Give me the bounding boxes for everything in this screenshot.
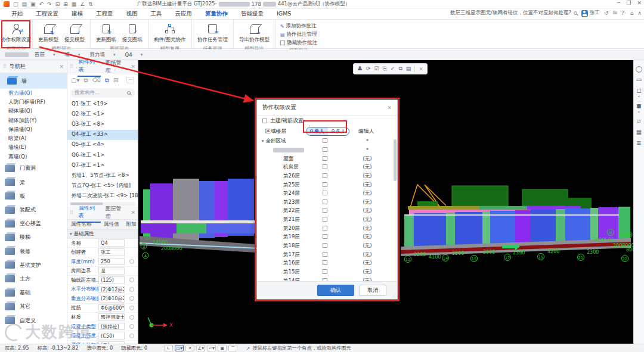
sidebar-category-item[interactable]: 自定义 — [0, 313, 67, 327]
property-value-input[interactable]: Q4 — [98, 239, 125, 247]
orbit-icon[interactable]: ◯ — [636, 66, 642, 72]
paste-component-icon[interactable]: ⧉ — [105, 77, 109, 84]
floor-row[interactable]: ▾ 第24层 (无) — [257, 189, 397, 198]
list-item[interactable]: Q7-张工 <1> — [67, 160, 138, 170]
sidebar-category-item[interactable]: 楼梯 — [0, 230, 67, 244]
sidebar-item[interactable]: 砌体墙(Q) — [0, 107, 67, 116]
nav-panel-close-icon[interactable]: ✕ — [59, 64, 64, 70]
floor-checkbox[interactable] — [323, 243, 327, 248]
property-attach-cell[interactable] — [126, 334, 138, 338]
property-group-row[interactable]: ▾ 基础属性 — [67, 230, 138, 239]
sidebar-category-item[interactable]: 装修 — [0, 245, 67, 258]
component-panel-close-icon[interactable]: ✕ — [131, 64, 135, 70]
resize-grip-icon[interactable]: ⟋ — [393, 293, 396, 298]
list-item[interactable]: 剪墙1、5节点-张工 <8> — [67, 170, 138, 180]
polyline-tool-icon[interactable]: ⌐▾ — [207, 345, 216, 351]
multi-person-toggle[interactable]: 多人 — [328, 127, 349, 135]
pan-view-icon[interactable]: ▭ — [636, 77, 642, 83]
submit-drawing-mini-icon[interactable]: ✓ — [391, 66, 395, 71]
view-settings-icon[interactable]: ▦ — [636, 129, 642, 135]
floor-checkbox[interactable] — [323, 147, 327, 152]
property-value-input[interactable]: (预拌砼) — [98, 323, 125, 331]
ortho-tool-icon[interactable]: ∟ — [164, 345, 173, 351]
new-file-icon[interactable]: ▢ — [13, 1, 18, 7]
horizontal-scrollbar[interactable] — [69, 202, 136, 206]
sidebar-item[interactable]: 墙垛(E) — [0, 144, 67, 152]
property-value-input[interactable]: 是 — [98, 267, 125, 275]
property-value-input[interactable]: (2)Φ10@200 — [98, 295, 125, 303]
sidebar-category-item[interactable]: 板 — [0, 189, 67, 203]
menu-tab[interactable]: 云应用 — [169, 9, 199, 19]
floor-row[interactable]: ▾ 第20层 (无) — [257, 224, 397, 233]
copy-component-icon[interactable]: ⧉ — [83, 77, 88, 84]
floor-row[interactable]: ▾ 机房层 (无) — [257, 163, 397, 172]
more-tools-icon[interactable]: ·· — [126, 77, 134, 83]
attach-radio-icon[interactable] — [129, 315, 134, 320]
floor-row[interactable]: ▾ 第17层 (无) — [257, 250, 397, 259]
home-icon[interactable]: ⌂ — [630, 10, 634, 16]
search-icon[interactable] — [574, 11, 577, 15]
floor-row[interactable]: ▾ 第26层 (无) — [257, 172, 397, 181]
property-attach-cell[interactable] — [126, 296, 138, 301]
menu-tab[interactable]: 工具 — [144, 9, 169, 19]
floor-checkbox[interactable] — [323, 182, 327, 187]
list-item[interactable]: Q3-张工 <8> — [67, 119, 138, 129]
property-attach-cell[interactable] — [126, 315, 138, 320]
sidebar-category-item[interactable]: 基础 — [0, 286, 67, 300]
property-attach-cell[interactable] — [126, 278, 138, 282]
submit-model-button[interactable]: ✓ 提交模型 — [63, 21, 86, 45]
floor-row[interactable]: ▾ 第18层 (无) — [257, 242, 397, 251]
rect-select-tool-icon[interactable]: ▭▾ — [175, 345, 184, 351]
grid-icon[interactable]: ▦ — [72, 1, 77, 7]
floor-checkbox[interactable] — [323, 156, 327, 161]
tab-layer-manage[interactable]: 图层管理 — [104, 203, 128, 222]
sidebar-category-item[interactable]: 空心楼盖 — [0, 217, 67, 230]
open-file-icon[interactable]: ▤ — [22, 1, 27, 7]
select-region-icon[interactable]: ⌑ — [637, 119, 640, 124]
minimize-button[interactable]: ─ — [617, 0, 620, 6]
dialog-scrollbar[interactable] — [394, 139, 397, 181]
update-drawing-button[interactable]: ↻ 更新图纸 — [94, 21, 118, 45]
floor-checkbox[interactable] — [323, 269, 327, 274]
update-drawing-mini-icon[interactable]: ⎘ — [383, 66, 387, 71]
attach-radio-icon[interactable] — [129, 287, 134, 292]
save-icon[interactable]: ▣ — [30, 1, 36, 7]
attach-radio-icon[interactable] — [129, 324, 134, 329]
nav-group-wall[interactable]: 墙 — [0, 73, 67, 89]
floor-checkbox[interactable] — [323, 278, 327, 281]
menu-tab[interactable]: 工程量 — [89, 9, 120, 19]
floor-row[interactable]: ▾ 第23层 (无) — [257, 198, 397, 207]
support-icon[interactable]: ↺ — [604, 10, 609, 16]
floor-checkbox[interactable] — [323, 191, 327, 195]
tab-component-list[interactable]: 构件列表 — [78, 57, 101, 77]
hide-annotation-checkbox[interactable]: 隐藏协作批注 — [280, 39, 317, 46]
list-item[interactable]: Q4-张工 <33> — [67, 130, 138, 140]
submit-drawing-button[interactable]: ✓ 提交图纸 — [120, 21, 144, 45]
cancel-button[interactable]: 取消 — [359, 285, 386, 296]
menu-tab[interactable]: 工程设置 — [29, 9, 65, 19]
property-value-input[interactable]: Φ6@600*600 — [98, 304, 125, 312]
update-model-button[interactable]: ↻ 更新模型 — [36, 21, 60, 45]
property-value-input[interactable]: 预拌混凝土 — [98, 313, 125, 321]
menu-tab[interactable]: 开始 — [5, 9, 29, 19]
arc-tool-icon[interactable]: ⌒ — [228, 345, 237, 351]
angle-tool-icon[interactable]: ∠▾ — [196, 345, 205, 351]
property-attach-cell[interactable] — [126, 250, 138, 255]
property-attach-cell[interactable] — [126, 287, 138, 292]
property-value-input[interactable]: 250 — [98, 258, 125, 266]
list-item[interactable]: Q1-张工 <19> — [67, 99, 138, 109]
property-value-input[interactable]: 张工 — [98, 248, 125, 256]
chevron-down-icon[interactable]: ▾ — [638, 110, 640, 114]
floor-row[interactable]: ▾ * — [257, 146, 397, 155]
update-model-mini-icon[interactable]: ⟳ — [366, 66, 371, 71]
undo-icon[interactable]: ↶ — [39, 1, 44, 7]
property-attach-cell[interactable] — [126, 259, 138, 264]
component-search-input[interactable]: 搜索构件... — [70, 88, 135, 98]
collapse-ribbon-icon[interactable]: ∧ — [637, 10, 642, 16]
view-grid-icon[interactable]: ⊞ — [63, 1, 68, 7]
sidebar-item[interactable]: 保温墙(Q) — [0, 125, 67, 134]
sidebar-item[interactable]: 暗梁(A) — [0, 134, 67, 143]
submit-model-mini-icon[interactable]: ☑ — [374, 66, 379, 71]
confirm-button[interactable]: 确认 — [317, 285, 354, 296]
sidebar-item[interactable]: 幕墙(Q) — [0, 152, 67, 161]
